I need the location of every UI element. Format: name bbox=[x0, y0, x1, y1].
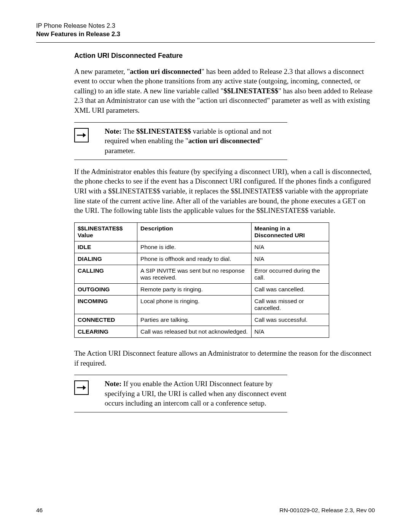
note-block-2: Note: If you enable the Action URI Disco… bbox=[74, 375, 375, 412]
document-page: IP Phone Release Notes 2.3 New Features … bbox=[0, 0, 411, 532]
cell-value: CALLING bbox=[75, 265, 137, 283]
cell-desc: Call was released but not acknowledged. bbox=[137, 326, 251, 337]
svg-marker-1 bbox=[83, 133, 86, 137]
table-row: CALLINGA SIP INVITE was sent but no resp… bbox=[75, 265, 329, 283]
cell-value: INCOMING bbox=[75, 295, 137, 314]
paragraph-2: If the Administrator enables this featur… bbox=[74, 167, 375, 216]
cell-desc: Phone is offhook and ready to dial. bbox=[137, 253, 251, 265]
col-header-desc: Description bbox=[137, 222, 251, 241]
doc-id: RN-001029-02, Release 2.3, Rev 00 bbox=[279, 507, 375, 514]
cell-desc: Parties are talking. bbox=[137, 314, 251, 326]
cell-desc: Remote party is ringing. bbox=[137, 283, 251, 295]
cell-desc: Local phone is ringing. bbox=[137, 295, 251, 314]
running-header: IP Phone Release Notes 2.3 New Features … bbox=[36, 21, 375, 38]
cell-value: DIALING bbox=[75, 253, 137, 265]
note-rule bbox=[74, 160, 287, 160]
cell-value: CONNECTED bbox=[75, 314, 137, 326]
note-block-1: Note: The $$LINESTATE$$ variable is opti… bbox=[74, 122, 375, 160]
table-row: IDLEPhone is idle.N/A bbox=[75, 241, 329, 253]
table-row: OUTGOINGRemote party is ringing.Call was… bbox=[75, 283, 329, 295]
cell-meaning: Call was missed or cancelled. bbox=[251, 295, 329, 314]
cell-meaning: N/A bbox=[251, 253, 329, 265]
linestate-table: $$LINESTATE$$ Value Description Meaning … bbox=[74, 222, 329, 338]
section-title: Action URI Disconnected Feature bbox=[74, 52, 375, 60]
cell-value: OUTGOING bbox=[75, 283, 137, 295]
table-row: CLEARINGCall was released but not acknow… bbox=[75, 326, 329, 337]
table-row: CONNECTEDParties are talking.Call was su… bbox=[75, 314, 329, 326]
footer: 46 RN-001029-02, Release 2.3, Rev 00 bbox=[36, 507, 375, 514]
table-row: DIALINGPhone is offhook and ready to dia… bbox=[75, 253, 329, 265]
col-header-meaning: Meaning in a Disconnected URI bbox=[251, 222, 329, 241]
cell-meaning: Error occurred during the call. bbox=[251, 265, 329, 283]
cell-desc: A SIP INVITE was sent but no response wa… bbox=[137, 265, 251, 283]
cell-meaning: Call was cancelled. bbox=[251, 283, 329, 295]
arrow-right-icon bbox=[74, 128, 89, 142]
paragraph-3: The Action URI Disconnect feature allows… bbox=[74, 348, 375, 368]
col-header-value: $$LINESTATE$$ Value bbox=[75, 222, 137, 241]
page-number: 46 bbox=[36, 507, 43, 514]
cell-desc: Phone is idle. bbox=[137, 241, 251, 253]
header-line-1: IP Phone Release Notes 2.3 bbox=[36, 21, 375, 30]
content-area: Action URI Disconnected Feature A new pa… bbox=[74, 52, 375, 413]
cell-meaning: N/A bbox=[251, 326, 329, 337]
paragraph-1: A new parameter, "action uri disconnecte… bbox=[74, 67, 375, 115]
table-row: INCOMINGLocal phone is ringing.Call was … bbox=[75, 295, 329, 314]
note-text-1: Note: The $$LINESTATE$$ variable is opti… bbox=[105, 126, 287, 156]
note-text-2: Note: If you enable the Action URI Disco… bbox=[105, 379, 287, 408]
svg-marker-3 bbox=[83, 385, 86, 390]
note-rule bbox=[74, 412, 287, 412]
cell-meaning: N/A bbox=[251, 241, 329, 253]
header-line-2: New Features in Release 2.3 bbox=[36, 30, 375, 38]
cell-value: CLEARING bbox=[75, 326, 137, 337]
cell-value: IDLE bbox=[75, 241, 137, 253]
arrow-right-icon bbox=[74, 380, 89, 395]
header-rule bbox=[36, 42, 375, 43]
cell-meaning: Call was successful. bbox=[251, 314, 329, 326]
